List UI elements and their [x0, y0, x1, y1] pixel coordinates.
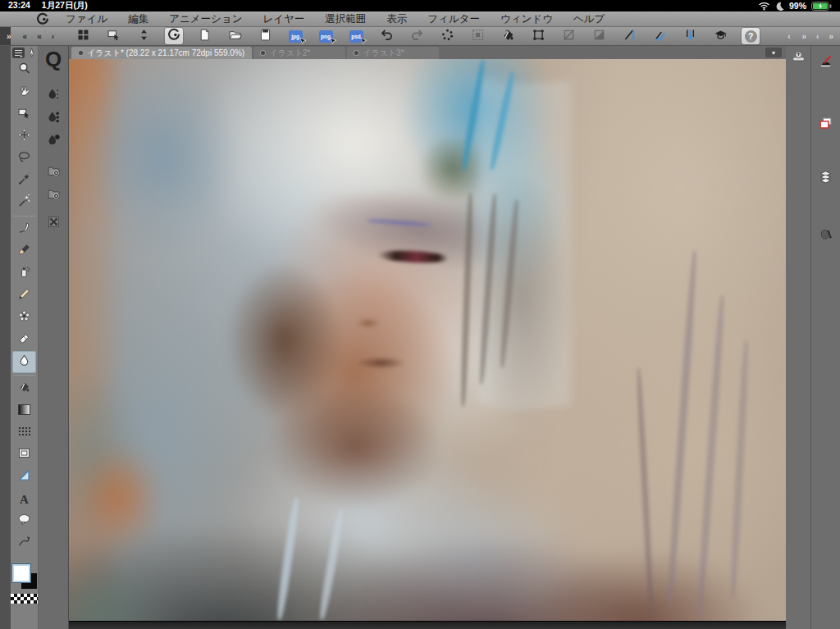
workspace-grid-button[interactable]: [74, 28, 92, 44]
panel-scroll-chevron[interactable]: «: [37, 32, 42, 41]
menu-edit[interactable]: 編集: [128, 12, 148, 26]
material-folder-icon: [47, 164, 61, 181]
menu-help[interactable]: ヘルプ: [573, 12, 605, 26]
menu-animation[interactable]: アニメーション: [169, 12, 242, 26]
export-jpg-icon: jpg: [289, 30, 303, 43]
undo-button[interactable]: [377, 28, 395, 44]
open-file-button[interactable]: [226, 28, 244, 44]
panel-scroll-chevron[interactable]: »: [802, 32, 807, 41]
export-psd-button[interactable]: psd: [347, 28, 365, 44]
zoom-tool[interactable]: [11, 59, 38, 81]
brush-tool[interactable]: [11, 240, 38, 262]
gradient-tool[interactable]: [11, 399, 38, 422]
menu-layer[interactable]: レイヤー: [262, 12, 304, 26]
ruler-tool-icon: [17, 468, 31, 485]
menu-window[interactable]: ウィンドウ: [500, 12, 553, 26]
menu-view[interactable]: 表示: [386, 12, 407, 26]
panel-scroll-chevron[interactable]: ›: [52, 32, 54, 41]
material-folder-1-button[interactable]: [42, 161, 65, 184]
hand-tool-icon: [17, 84, 31, 101]
tone-tool[interactable]: [11, 422, 38, 444]
layer-palette-button[interactable]: [815, 167, 837, 189]
panel-scroll-chevron[interactable]: ‹: [816, 32, 819, 41]
panel-scroll-chevron[interactable]: »: [7, 32, 11, 41]
menu-filter[interactable]: フィルター: [427, 12, 480, 26]
color-set-palette-button[interactable]: [815, 114, 837, 136]
eyedropper-tool[interactable]: [11, 170, 38, 192]
navigator-palette-button[interactable]: [815, 226, 837, 248]
pen-tool[interactable]: [11, 218, 38, 240]
left-edge-strip: [0, 46, 11, 629]
save-file-button[interactable]: [256, 28, 274, 44]
brush-group-squares-button[interactable]: [42, 84, 65, 107]
paint-layer-group: [69, 59, 786, 621]
tutorial-button[interactable]: [711, 28, 729, 44]
canvas-area[interactable]: [69, 59, 786, 629]
operation-tool[interactable]: [11, 103, 38, 125]
layer-move-tool[interactable]: [11, 125, 38, 148]
panel-scroll-chevron[interactable]: »: [829, 32, 833, 41]
help-button[interactable]: ?: [742, 28, 760, 44]
eraser-tool[interactable]: [11, 329, 38, 351]
ruler-tool[interactable]: [11, 466, 38, 488]
tool-property-palette-button[interactable]: [815, 52, 837, 75]
status-left: 23:24 1月27日(月): [8, 0, 88, 11]
airbrush-tool[interactable]: [11, 262, 38, 285]
balloon-tool[interactable]: [11, 510, 38, 532]
menu-selection[interactable]: 選択範囲: [325, 12, 366, 26]
clip-studio-logo-icon[interactable]: [36, 12, 54, 26]
document-tab[interactable]: イラスト* (28.22 x 21.17cm 72dpi 559.0%): [71, 47, 252, 59]
text-tool[interactable]: A: [11, 488, 38, 510]
fill-tool-icon: [17, 380, 31, 397]
clock: 23:24: [8, 0, 30, 11]
decoration-tool[interactable]: [11, 307, 38, 329]
material-folder-2-button[interactable]: [42, 184, 65, 207]
scatter-dots-button[interactable]: [438, 28, 456, 44]
panel-scroll-chevron[interactable]: ‹: [788, 32, 790, 41]
quick-access-button[interactable]: Q: [42, 48, 65, 71]
snap-ruler-button[interactable]: [620, 28, 638, 44]
transform-button[interactable]: [529, 28, 547, 44]
droplet-squares-icon: [47, 87, 61, 104]
window-switch-button[interactable]: [104, 28, 122, 44]
selection-tool[interactable]: [11, 148, 38, 170]
auto-select-tool[interactable]: [11, 192, 38, 214]
snap-special-button[interactable]: [681, 28, 699, 44]
document-tab[interactable]: イラスト3*: [347, 47, 439, 59]
menu-file[interactable]: ファイル: [66, 12, 107, 26]
paint-blob: [356, 317, 381, 329]
pencil-tool[interactable]: [11, 285, 38, 307]
tool-group-divider: [13, 216, 35, 217]
navigator-palette-icon: [819, 228, 833, 245]
panel-scroll-chevron[interactable]: «: [23, 32, 28, 41]
canvas-artwork[interactable]: [69, 59, 786, 621]
transparent-color-swatch[interactable]: [11, 594, 38, 604]
new-file-button[interactable]: [195, 28, 213, 44]
tutorial-cap-icon: [714, 28, 728, 45]
line-correct-tool[interactable]: [11, 532, 38, 554]
paint-blob: [696, 295, 725, 621]
export-jpg-button[interactable]: jpg: [286, 28, 304, 44]
foreground-color-swatch[interactable]: [12, 564, 30, 582]
fill-button[interactable]: [499, 28, 517, 44]
stepper-button[interactable]: [135, 28, 153, 44]
pen-tab-icon[interactable]: [25, 48, 38, 58]
fill-tool[interactable]: [11, 377, 38, 399]
hide-palettes-button[interactable]: [789, 48, 807, 63]
csp-home-button[interactable]: [165, 28, 183, 44]
transform-box-button[interactable]: [42, 212, 65, 235]
frame-border-tool[interactable]: [11, 444, 38, 466]
brush-group-gear-button[interactable]: [42, 130, 65, 153]
move-tool[interactable]: [11, 81, 38, 103]
right-gutter: [786, 46, 810, 629]
tab-list-dropdown-button[interactable]: ▼: [765, 48, 782, 57]
brush-group-dots-button[interactable]: [42, 107, 65, 130]
undo-icon: [380, 28, 394, 45]
snap-curve-button[interactable]: [651, 28, 669, 44]
document-tab[interactable]: イラスト2*: [253, 47, 345, 59]
stepper-arrows-icon: [137, 28, 151, 45]
blend-tool[interactable]: [12, 351, 36, 373]
canvas-bottom-scrollbar[interactable]: [69, 621, 786, 629]
export-png-button[interactable]: png: [317, 28, 335, 44]
tool-list-tab-icon[interactable]: [12, 48, 25, 58]
